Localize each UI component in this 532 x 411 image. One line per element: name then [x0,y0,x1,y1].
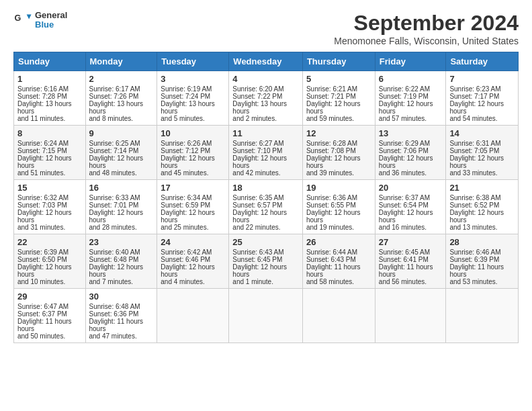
daylight-info: Daylight: 12 hours hours [306,154,361,169]
daylight-info: Daylight: 11 hours hours [306,263,361,278]
calendar-cell [229,289,303,343]
sun-info: Sunrise: 6:19 AM [161,85,212,93]
calendar-cell: 30Sunrise: 6:48 AMSunset: 6:36 PMDayligh… [85,289,157,343]
daylight-info: Daylight: 12 hours hours [379,154,433,169]
daylight-info: Daylight: 12 hours hours [449,209,504,224]
day-header-friday: Friday [375,52,446,71]
sun-info: Sunrise: 6:37 AM [379,194,430,201]
sun-info: Sunrise: 6:47 AM [17,303,69,310]
day-number: 20 [379,183,443,193]
calendar: SundayMondayTuesdayWednesdayThursdayFrid… [13,52,519,343]
daylight-info-cont: and 10 minutes. [17,278,65,285]
logo: G General Blue [13,11,67,30]
sun-info: Sunrise: 6:42 AM [161,248,212,256]
daylight-info: Daylight: 12 hours hours [17,209,72,224]
sun-info: Sunrise: 6:25 AM [89,140,140,147]
sun-info: Sunset: 6:57 PM [232,201,282,209]
daylight-info-cont: and 54 minutes. [449,115,497,122]
sun-info: Sunset: 6:39 PM [449,256,499,263]
day-number: 12 [306,128,371,138]
day-number: 27 [379,237,443,247]
daylight-info: Daylight: 12 hours hours [89,154,144,169]
sun-info: Sunrise: 6:40 AM [89,248,140,256]
calendar-cell [302,289,375,343]
sun-info: Sunrise: 6:28 AM [306,140,357,147]
sun-info: Sunrise: 6:27 AM [232,140,283,147]
sun-info: Sunrise: 6:16 AM [17,85,69,93]
title-area: September 2024 Menomonee Falls, Wisconsi… [334,11,519,46]
calendar-header-row: SundayMondayTuesdayWednesdayThursdayFrid… [14,52,519,71]
daylight-info-cont: and 2 minutes. [232,115,277,122]
sun-info: Sunset: 7:24 PM [161,93,210,100]
sun-info: Sunset: 7:17 PM [449,93,499,100]
day-number: 21 [449,183,515,193]
sun-info: Sunset: 7:03 PM [17,201,67,209]
day-number: 13 [379,128,443,138]
day-number: 14 [449,128,515,138]
sun-info: Sunset: 7:10 PM [232,147,282,154]
calendar-cell: 17Sunrise: 6:34 AMSunset: 6:59 PMDayligh… [157,180,229,234]
day-number: 24 [161,237,225,247]
daylight-info: Daylight: 11 hours hours [449,263,504,278]
day-header-tuesday: Tuesday [157,52,229,71]
calendar-week-row: 8Sunrise: 6:24 AMSunset: 7:15 PMDaylight… [14,126,519,180]
calendar-cell [157,289,229,343]
day-header-sunday: Sunday [14,52,86,71]
sun-info: Sunrise: 6:26 AM [161,140,212,147]
sun-info: Sunrise: 6:23 AM [449,85,500,93]
daylight-info-cont: and 36 minutes. [379,169,427,177]
sun-info: Sunrise: 6:48 AM [89,303,140,310]
calendar-cell: 5Sunrise: 6:21 AMSunset: 7:21 PMDaylight… [302,71,375,126]
day-number: 4 [232,74,299,84]
daylight-info: Daylight: 12 hours hours [161,154,215,169]
daylight-info-cont: and 47 minutes. [89,332,137,340]
daylight-info: Daylight: 12 hours hours [89,209,144,224]
daylight-info-cont: and 39 minutes. [306,169,354,177]
sun-info: Sunrise: 6:44 AM [306,248,357,256]
daylight-info-cont: and 31 minutes. [17,224,65,231]
daylight-info-cont: and 45 minutes. [161,169,208,177]
daylight-info-cont: and 53 minutes. [449,278,497,285]
sun-info: Sunset: 6:59 PM [161,201,210,209]
sun-info: Sunrise: 6:29 AM [379,140,430,147]
day-number: 2 [89,74,154,84]
day-number: 6 [379,74,443,84]
sun-info: Sunset: 7:12 PM [161,147,210,154]
svg-text:G: G [14,14,21,24]
daylight-info: Daylight: 12 hours hours [232,154,287,169]
sun-info: Sunset: 7:22 PM [232,93,282,100]
daylight-info: Daylight: 12 hours hours [161,263,215,278]
sun-info: Sunrise: 6:46 AM [449,248,500,256]
calendar-week-row: 22Sunrise: 6:39 AMSunset: 6:50 PMDayligh… [14,234,519,289]
calendar-cell: 7Sunrise: 6:23 AMSunset: 7:17 PMDaylight… [446,71,519,126]
calendar-cell: 29Sunrise: 6:47 AMSunset: 6:37 PMDayligh… [14,289,86,343]
sun-info: Sunset: 6:52 PM [449,201,499,209]
day-number: 30 [89,291,154,302]
header: G General Blue September 2024 Menomonee … [13,11,519,46]
day-header-monday: Monday [85,52,157,71]
daylight-info-cont: and 48 minutes. [89,169,137,177]
daylight-info-cont: and 25 minutes. [161,224,208,231]
sun-info: Sunset: 6:54 PM [379,201,429,209]
daylight-info: Daylight: 12 hours hours [232,263,287,278]
location-title: Menomonee Falls, Wisconsin, United State… [334,36,519,46]
daylight-info-cont: and 19 minutes. [306,224,354,231]
day-number: 18 [232,183,299,193]
sun-info: Sunset: 7:19 PM [379,93,429,100]
day-number: 10 [161,128,225,138]
day-number: 3 [161,74,225,84]
daylight-info-cont: and 50 minutes. [17,332,65,340]
sun-info: Sunrise: 6:33 AM [89,194,140,201]
calendar-cell: 1Sunrise: 6:16 AMSunset: 7:28 PMDaylight… [14,71,86,126]
sun-info: Sunrise: 6:45 AM [379,248,430,256]
day-number: 17 [161,183,225,193]
sun-info: Sunrise: 6:21 AM [306,85,357,93]
daylight-info-cont: and 16 minutes. [379,224,427,231]
sun-info: Sunset: 7:01 PM [89,201,139,209]
logo-line2: Blue [35,20,67,30]
daylight-info-cont: and 22 minutes. [232,224,280,231]
sun-info: Sunrise: 6:24 AM [17,140,69,147]
daylight-info-cont: and 58 minutes. [306,278,354,285]
sun-info: Sunrise: 6:20 AM [232,85,283,93]
daylight-info: Daylight: 12 hours hours [306,209,361,224]
